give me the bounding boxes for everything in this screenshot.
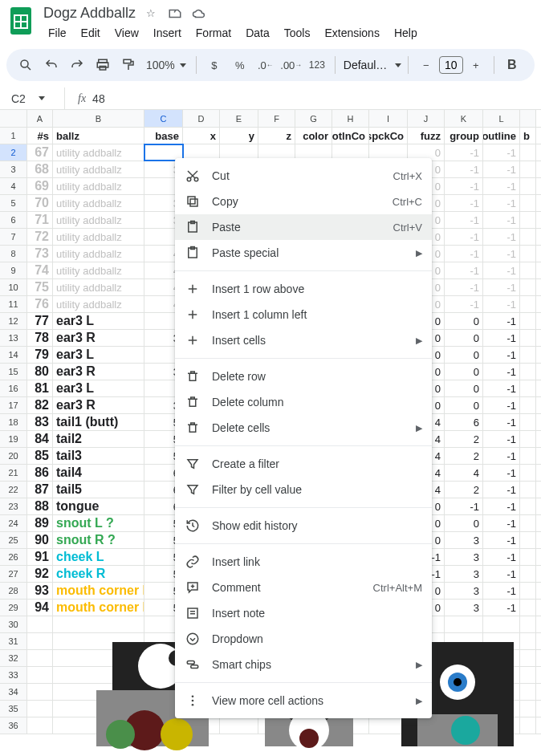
row-header[interactable]: 15 — [0, 364, 27, 380]
cell[interactable] — [520, 633, 536, 649]
redo-icon[interactable] — [66, 54, 88, 76]
row-header[interactable]: 35 — [0, 701, 27, 717]
row-header[interactable]: 22 — [0, 482, 27, 498]
col-header-E[interactable]: E — [220, 110, 258, 127]
cell[interactable]: 3 — [445, 600, 483, 616]
cell[interactable]: -1 — [483, 600, 520, 616]
ctx-insert-1-row-above[interactable]: Insert 1 row above — [175, 276, 432, 302]
cell[interactable]: ear3 L — [53, 380, 144, 396]
ctx-insert-note[interactable]: Insert note — [175, 600, 432, 626]
undo-icon[interactable] — [40, 54, 63, 76]
percent-icon[interactable]: % — [229, 54, 251, 76]
cell[interactable]: -1 — [483, 330, 520, 346]
cell[interactable]: -1 — [483, 364, 520, 380]
decrease-font-icon[interactable]: − — [415, 54, 437, 76]
row-header[interactable]: 4 — [0, 178, 27, 194]
cell[interactable]: -1 — [445, 229, 483, 245]
row-header[interactable]: 8 — [0, 246, 27, 262]
cell[interactable]: -1 — [483, 347, 520, 363]
menu-help[interactable]: Help — [388, 23, 424, 43]
row-header[interactable]: 25 — [0, 532, 27, 548]
cell[interactable]: b — [520, 128, 536, 144]
cell[interactable]: ear3 R — [53, 397, 144, 413]
cell[interactable] — [520, 229, 536, 245]
row-header[interactable]: 19 — [0, 431, 27, 447]
cell[interactable]: cheek L — [53, 549, 144, 565]
menu-data[interactable]: Data — [239, 23, 276, 43]
cell[interactable] — [53, 616, 144, 632]
cell[interactable]: 0 — [445, 515, 483, 531]
cell[interactable]: -1 — [483, 212, 520, 228]
cell[interactable]: -1 — [445, 178, 483, 194]
cell[interactable]: -1 — [445, 212, 483, 228]
ctx-filter-by-cell-value[interactable]: Filter by cell value — [175, 477, 432, 502]
cell[interactable]: 88 — [27, 498, 53, 514]
cell[interactable]: -1 — [483, 465, 520, 481]
cell[interactable] — [27, 633, 53, 649]
cell[interactable]: 75 — [27, 279, 53, 295]
cell[interactable]: -1 — [483, 414, 520, 430]
cell[interactable]: 80 — [27, 364, 53, 380]
menu-view[interactable]: View — [108, 23, 145, 43]
cell[interactable]: 0 — [445, 330, 483, 346]
cell[interactable] — [520, 616, 536, 632]
cell[interactable]: tongue — [53, 498, 144, 514]
cell[interactable]: -1 — [483, 262, 520, 278]
col-header-H[interactable]: H — [332, 110, 369, 127]
cell[interactable]: 90 — [27, 532, 53, 548]
cell[interactable]: 2 — [445, 482, 483, 498]
row-header[interactable]: 14 — [0, 347, 27, 363]
row-header[interactable]: 17 — [0, 397, 27, 413]
row-header[interactable]: 21 — [0, 465, 27, 481]
cell[interactable]: 0 — [445, 347, 483, 363]
cell[interactable]: 0 — [445, 397, 483, 413]
cell[interactable] — [520, 364, 536, 380]
cell[interactable] — [520, 701, 536, 717]
cell[interactable]: 3 — [445, 583, 483, 599]
increase-font-icon[interactable]: + — [465, 54, 487, 76]
cell[interactable]: tail1 (butt) — [53, 414, 144, 430]
cell[interactable]: -1 — [483, 161, 520, 177]
ctx-insert-link[interactable]: Insert link — [175, 549, 432, 575]
cell[interactable]: -1 — [445, 195, 483, 211]
cell[interactable]: 0 — [445, 380, 483, 396]
cell[interactable] — [520, 195, 536, 211]
cell[interactable]: -1 — [483, 313, 520, 329]
cell[interactable]: -1 — [445, 279, 483, 295]
row-header[interactable]: 12 — [0, 313, 27, 329]
cell[interactable]: color — [295, 128, 332, 144]
cell[interactable]: -1 — [445, 246, 483, 262]
cell[interactable]: 68 — [27, 161, 53, 177]
row-header[interactable]: 20 — [0, 448, 27, 464]
ctx-smart-chips[interactable]: Smart chips▶ — [175, 652, 432, 677]
cell[interactable] — [520, 380, 536, 396]
cell[interactable]: utility addballz — [53, 161, 144, 177]
cell[interactable] — [520, 684, 536, 700]
ctx-view-more-cell-actions[interactable]: View more cell actions▶ — [175, 688, 432, 713]
ctx-delete-row[interactable]: Delete row — [175, 364, 432, 389]
cell[interactable]: 0 — [445, 313, 483, 329]
cell[interactable]: 84 — [27, 431, 53, 447]
col-header-A[interactable]: A — [27, 110, 53, 127]
cell[interactable]: 77 — [27, 313, 53, 329]
cell[interactable] — [520, 296, 536, 312]
menu-edit[interactable]: Edit — [75, 23, 107, 43]
row-header[interactable]: 34 — [0, 684, 27, 700]
cell[interactable]: -1 — [483, 178, 520, 194]
cell[interactable]: utility addballz — [53, 246, 144, 262]
cell[interactable]: 0 — [445, 364, 483, 380]
cell[interactable]: 70 — [27, 195, 53, 211]
cell[interactable]: #s — [27, 128, 53, 144]
zoom-select[interactable]: 100% — [143, 59, 189, 71]
cell[interactable]: base — [144, 128, 183, 144]
col-header-[interactable] — [520, 110, 536, 127]
cell[interactable]: -1 — [483, 515, 520, 531]
cell[interactable]: 89 — [27, 515, 53, 531]
cell[interactable]: -1 — [483, 583, 520, 599]
cell[interactable] — [520, 178, 536, 194]
decrease-decimal-icon[interactable]: .0← — [254, 54, 277, 76]
cell[interactable] — [520, 330, 536, 346]
col-header-I[interactable]: I — [369, 110, 408, 127]
cell[interactable] — [27, 616, 53, 632]
cell[interactable] — [520, 397, 536, 413]
